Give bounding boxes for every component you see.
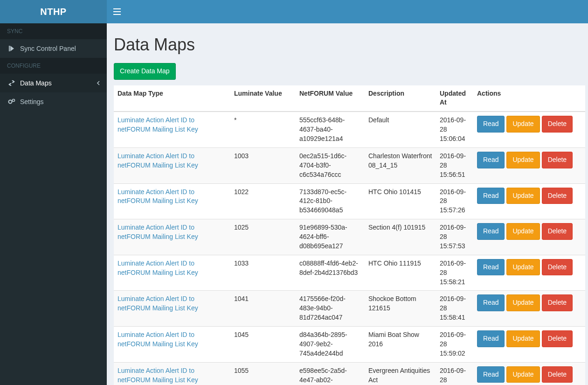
delete-button[interactable]: Delete [542, 188, 573, 204]
update-button[interactable]: Update [506, 116, 540, 133]
sidebar: SYNCSync Control PanelCONFIGUREData Maps… [0, 23, 107, 385]
updated-at-cell: 2016-09-28 15:58:41 [436, 291, 473, 327]
table-row: Luminate Action Alert ID to netFORUM Mai… [114, 183, 585, 219]
updated-at-cell: 2016-09-28 15:58:21 [436, 255, 473, 291]
col-netforum-value: NetFORUM Value [296, 85, 365, 112]
table-header-row: Data Map Type Luminate Value NetFORUM Va… [114, 85, 585, 112]
update-button[interactable]: Update [506, 259, 540, 276]
luminate-value-cell: 1003 [230, 147, 296, 183]
table-body: Luminate Action Alert ID to netFORUM Mai… [114, 112, 585, 385]
update-button[interactable]: Update [506, 294, 540, 311]
data-map-type-link[interactable]: Luminate Action Alert ID to netFORUM Mai… [118, 295, 198, 312]
data-map-type-link[interactable]: Luminate Action Alert ID to netFORUM Mai… [118, 152, 198, 169]
svg-point-2 [9, 100, 12, 104]
data-map-type-link[interactable]: Luminate Action Alert ID to netFORUM Mai… [118, 259, 198, 276]
data-maps-table: Data Map Type Luminate Value NetFORUM Va… [114, 85, 585, 385]
actions-cell: ReadUpdateDelete [473, 255, 585, 291]
luminate-value-cell: 1025 [230, 219, 296, 255]
netforum-value-cell: 555ccf63-648b-4637-ba40-a10929e121a4 [296, 112, 365, 147]
col-updated-at: Updated At [436, 85, 473, 112]
description-cell: Default [365, 112, 436, 147]
description-cell: Section 4(f) 101915 [365, 219, 436, 255]
description-cell: Miami Boat Show 2016 [365, 327, 436, 363]
description-cell: Shockoe Bottom 121615 [365, 291, 436, 327]
sidebar-item-data-maps[interactable]: Data Maps [0, 74, 107, 92]
col-actions: Actions [473, 85, 585, 112]
actions-cell: ReadUpdateDelete [473, 183, 585, 219]
sidebar-item-sync-control-panel[interactable]: Sync Control Panel [0, 39, 107, 58]
table-row: Luminate Action Alert ID to netFORUM Mai… [114, 327, 585, 363]
sidebar-item-label: Data Maps [20, 79, 52, 87]
luminate-value-cell: 1055 [230, 362, 296, 385]
read-button[interactable]: Read [477, 152, 505, 168]
exchange-icon [7, 80, 16, 86]
read-button[interactable]: Read [477, 330, 505, 347]
delete-button[interactable]: Delete [542, 223, 573, 240]
app-logo[interactable]: NTHP [0, 0, 107, 23]
sidebar-item-label: Sync Control Panel [20, 45, 76, 52]
description-cell: HTC Ohio 101415 [365, 183, 436, 219]
luminate-value-cell: 1033 [230, 255, 296, 291]
sidebar-section-header: CONFIGURE [0, 58, 107, 74]
col-data-map-type: Data Map Type [114, 85, 230, 112]
read-button[interactable]: Read [477, 223, 505, 240]
update-button[interactable]: Update [506, 188, 540, 204]
actions-cell: ReadUpdateDelete [473, 362, 585, 385]
read-button[interactable]: Read [477, 116, 505, 133]
actions-cell: ReadUpdateDelete [473, 112, 585, 147]
step-forward-icon [7, 45, 16, 52]
sidebar-toggle-button[interactable] [107, 0, 127, 23]
luminate-value-cell: 1041 [230, 291, 296, 327]
topbar: NTHP [0, 0, 588, 23]
sidebar-item-label: Settings [20, 98, 44, 105]
delete-button[interactable]: Delete [542, 294, 573, 311]
read-button[interactable]: Read [477, 188, 505, 204]
sidebar-item-settings[interactable]: Settings [0, 92, 107, 111]
description-cell: Charleston Waterfront 08_14_15 [365, 147, 436, 183]
col-description: Description [365, 85, 436, 112]
netforum-value-cell: 91e96899-530a-4624-bff6-d08b695ea127 [296, 219, 365, 255]
read-button[interactable]: Read [477, 366, 505, 383]
netforum-value-cell: 0ec2a515-1d6c-4704-b3f0-c6c534a76ccc [296, 147, 365, 183]
table-row: Luminate Action Alert ID to netFORUM Mai… [114, 147, 585, 183]
table-row: Luminate Action Alert ID to netFORUM Mai… [114, 291, 585, 327]
updated-at-cell: 2016-09-28 15:06:04 [436, 112, 473, 147]
sidebar-section-header: SYNC [0, 23, 107, 39]
page-title: Data Maps [114, 35, 581, 55]
description-cell: HTC Ohio 111915 [365, 255, 436, 291]
delete-button[interactable]: Delete [542, 259, 573, 276]
netforum-value-cell: c08888ff-4fd6-4eb2-8def-2b4d21376bd3 [296, 255, 365, 291]
svg-point-3 [13, 99, 15, 102]
luminate-value-cell: 1045 [230, 327, 296, 363]
update-button[interactable]: Update [506, 223, 540, 240]
svg-marker-1 [10, 46, 14, 51]
actions-cell: ReadUpdateDelete [473, 291, 585, 327]
delete-button[interactable]: Delete [542, 152, 573, 168]
col-luminate-value: Luminate Value [230, 85, 296, 112]
delete-button[interactable]: Delete [542, 366, 573, 383]
actions-cell: ReadUpdateDelete [473, 219, 585, 255]
updated-at-cell: 2016-09-28 15:59:02 [436, 327, 473, 363]
read-button[interactable]: Read [477, 294, 505, 311]
updated-at-cell: 2016-09-28 15:57:53 [436, 219, 473, 255]
table-row: Luminate Action Alert ID to netFORUM Mai… [114, 362, 585, 385]
data-map-type-link[interactable]: Luminate Action Alert ID to netFORUM Mai… [118, 224, 198, 240]
delete-button[interactable]: Delete [542, 116, 573, 133]
data-map-type-link[interactable]: Luminate Action Alert ID to netFORUM Mai… [118, 367, 198, 384]
update-button[interactable]: Update [506, 330, 540, 347]
table-row: Luminate Action Alert ID to netFORUM Mai… [114, 219, 585, 255]
read-button[interactable]: Read [477, 259, 505, 276]
data-map-type-link[interactable]: Luminate Action Alert ID to netFORUM Mai… [118, 116, 198, 133]
create-data-map-button[interactable]: Create Data Map [114, 63, 176, 80]
gears-icon [7, 98, 16, 105]
update-button[interactable]: Update [506, 366, 540, 383]
luminate-value-cell: 1022 [230, 183, 296, 219]
update-button[interactable]: Update [506, 152, 540, 168]
delete-button[interactable]: Delete [542, 330, 573, 347]
luminate-value-cell: * [230, 112, 296, 147]
data-map-type-link[interactable]: Luminate Action Alert ID to netFORUM Mai… [118, 331, 198, 348]
bars-icon [113, 8, 121, 15]
updated-at-cell: 2016-09-28 15:57:26 [436, 183, 473, 219]
data-map-type-link[interactable]: Luminate Action Alert ID to netFORUM Mai… [118, 188, 198, 205]
table-row: Luminate Action Alert ID to netFORUM Mai… [114, 112, 585, 147]
